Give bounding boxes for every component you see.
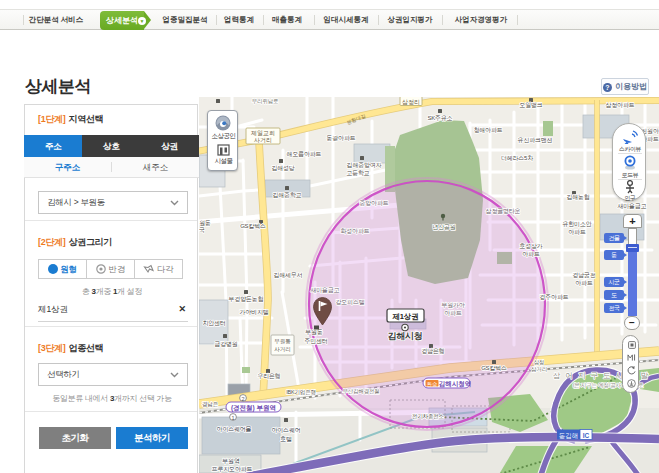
svg-text:더헤라스5차: 더헤라스5차: [501, 155, 533, 161]
svg-text:IBK기업은행: IBK기업은행: [286, 389, 315, 396]
svg-text:아파트: 아파트: [522, 251, 540, 257]
svg-text:1: 1: [231, 415, 234, 421]
svg-text:부원역: 부원역: [222, 458, 240, 464]
svg-text:SK주유소: SK주유소: [427, 115, 452, 121]
svg-text:경남궁전: 경남궁전: [572, 272, 595, 279]
svg-text:년산공원: 년산공원: [432, 224, 455, 231]
svg-text:호텔: 호텔: [280, 436, 292, 442]
svg-text:부산김해경전철: 부산김해경전철: [342, 388, 379, 395]
svg-text:프루지오아파트: 프루지오아파트: [212, 466, 253, 472]
svg-text:부원동: 부원동: [274, 338, 291, 344]
svg-text:사거리: 사거리: [254, 137, 272, 143]
svg-text:사거리: 사거리: [274, 346, 291, 352]
svg-text:경남은: 경남은: [202, 401, 219, 408]
svg-text:삼정리: 삼정리: [402, 99, 420, 106]
svg-text:국: 국: [199, 227, 205, 233]
svg-text:경남은행: 경남은행: [421, 348, 444, 355]
svg-text:새마을금고: 새마을금고: [310, 287, 339, 294]
svg-text:김해농협: 김해농협: [566, 194, 589, 200]
svg-text:환승: 환승: [427, 381, 439, 387]
svg-text:(경전철) 부원역: (경전철) 부원역: [231, 404, 276, 412]
svg-text:주민센터: 주민센터: [304, 338, 327, 344]
svg-text:호성상가: 호성상가: [519, 243, 542, 250]
svg-text:해오름아파트: 해오름아파트: [287, 151, 322, 157]
svg-text:유신파크맨션: 유신파크맨션: [518, 137, 553, 143]
svg-text:금강병원: 금강병원: [214, 341, 237, 348]
svg-text:아이스퀘어몰: 아이스퀘어몰: [217, 426, 252, 432]
svg-text:GS칼텍스: GS칼텍스: [481, 365, 507, 371]
svg-text:김해세무서: 김해세무서: [273, 272, 302, 278]
svg-text:동김해: 동김해: [559, 432, 579, 439]
svg-text:김해중앙여자: 김해중앙여자: [347, 162, 382, 168]
svg-text:아파트: 아파트: [444, 310, 462, 316]
svg-text:오일뱅크: 오일뱅크: [519, 102, 542, 108]
svg-text:김해시청: 김해시청: [387, 331, 422, 341]
svg-text:경주아파트: 경주아파트: [539, 294, 568, 301]
svg-text:동광아파트: 동광아파트: [326, 135, 355, 141]
svg-text:삼정아파트: 삼정아파트: [605, 102, 634, 109]
svg-text:삼거리: 삼거리: [531, 366, 547, 372]
svg-text:부원동: 부원동: [305, 329, 323, 335]
svg-text:고등학교: 고등학교: [346, 170, 369, 176]
svg-text:제일교회: 제일교회: [251, 130, 275, 136]
svg-text:김해시청역: 김해시청역: [439, 380, 472, 388]
svg-text:부경양돈농협: 부경양돈농협: [229, 296, 264, 303]
svg-text:전기차충전소: 전기차충전소: [412, 413, 445, 419]
svg-text:가야비지텔: 가야비지텔: [239, 309, 268, 315]
svg-text:GS칼텍스: GS칼텍스: [240, 223, 266, 229]
svg-text:유한미소안: 유한미소안: [562, 221, 591, 227]
svg-text:아파트: 아파트: [568, 229, 586, 235]
svg-text:IC: IC: [583, 432, 590, 439]
svg-text:원동: 원동: [199, 220, 211, 226]
svg-text:치안센터: 치안센터: [202, 320, 225, 326]
svg-text:삼정: 삼정: [534, 359, 545, 366]
svg-text:강오피스텔: 강오피스텔: [335, 299, 364, 305]
svg-text:청해아파트: 청해아파트: [473, 127, 502, 134]
svg-text:부리위남로: 부리위남로: [252, 98, 279, 104]
svg-text:새마을금고: 새마을금고: [617, 203, 646, 210]
svg-text:부원가야: 부원가야: [441, 302, 464, 308]
svg-text:아파트: 아파트: [575, 280, 593, 286]
svg-text:2: 2: [241, 396, 244, 402]
svg-text:우리은행: 우리은행: [257, 373, 280, 380]
svg-text:제1상권: 제1상권: [392, 312, 419, 321]
svg-text:김해중학교: 김해중학교: [272, 192, 301, 198]
svg-text:아이스퀘어: 아이스퀘어: [271, 427, 300, 433]
svg-text:삼정골명타운: 삼정골명타운: [486, 208, 521, 215]
svg-text:중앙아파트: 중앙아파트: [359, 200, 388, 206]
svg-text:김해성당: 김해성당: [271, 165, 294, 172]
svg-text:화성아파트: 화성아파트: [340, 228, 369, 235]
